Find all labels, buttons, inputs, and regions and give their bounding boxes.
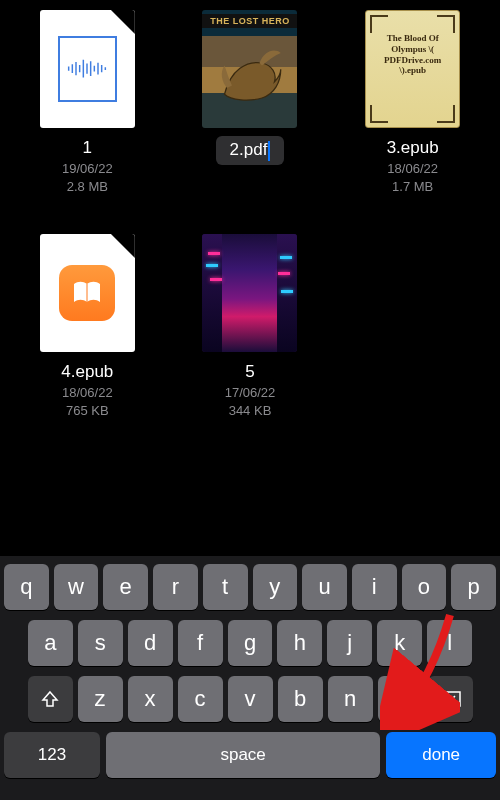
books-app-icon [59,265,115,321]
file-thumbnail: THE LOST HERO [202,10,297,128]
file-date: 18/06/22 [62,385,113,400]
file-item[interactable]: 1 19/06/22 2.8 MB [12,10,163,194]
file-date: 17/06/22 [225,385,276,400]
key-l[interactable]: l [427,620,472,666]
key-d[interactable]: d [128,620,173,666]
key-t[interactable]: t [203,564,248,610]
text-cursor-icon [268,141,270,161]
key-f[interactable]: f [178,620,223,666]
key-s[interactable]: s [78,620,123,666]
key-z[interactable]: z [78,676,123,722]
on-screen-keyboard: qwertyuiop asdfghjkl zxcvbnm 123 space d… [0,556,500,800]
keyboard-row-1: qwertyuiop [4,564,496,610]
file-name: 1 [83,138,92,158]
file-item[interactable]: 4.epub 18/06/22 765 KB [12,234,163,418]
file-name-value: 2.pdf [230,140,268,159]
keyboard-row-2: asdfghjkl [4,620,496,666]
shift-icon [40,689,60,709]
key-x[interactable]: x [128,676,173,722]
space-key[interactable]: space [106,732,380,778]
key-g[interactable]: g [228,620,273,666]
key-e[interactable]: e [103,564,148,610]
cover-text: The Blood Of Olympus \( PDFDrive.com \).… [372,33,453,76]
key-o[interactable]: o [402,564,447,610]
file-item[interactable]: 5 17/06/22 344 KB [175,234,326,418]
file-name-input[interactable]: 2.pdf [216,136,285,165]
file-thumbnail [40,10,135,128]
key-r[interactable]: r [153,564,198,610]
file-grid: 1 19/06/22 2.8 MB THE LOST HERO 2.pdf Th… [0,0,500,418]
backspace-key[interactable] [428,676,473,722]
key-c[interactable]: c [178,676,223,722]
key-n[interactable]: n [328,676,373,722]
key-k[interactable]: k [377,620,422,666]
file-thumbnail [40,234,135,352]
key-y[interactable]: y [253,564,298,610]
key-b[interactable]: b [278,676,323,722]
key-v[interactable]: v [228,676,273,722]
audio-icon [58,36,117,102]
shift-key[interactable] [28,676,73,722]
keyboard-row-4: 123 space done [4,732,496,778]
done-key[interactable]: done [386,732,496,778]
numeric-switch-key[interactable]: 123 [4,732,100,778]
key-h[interactable]: h [277,620,322,666]
backspace-icon [438,690,462,708]
file-date: 18/06/22 [387,161,438,176]
key-a[interactable]: a [28,620,73,666]
key-i[interactable]: i [352,564,397,610]
file-date: 19/06/22 [62,161,113,176]
file-thumbnail [202,234,297,352]
key-u[interactable]: u [302,564,347,610]
key-q[interactable]: q [4,564,49,610]
key-j[interactable]: j [327,620,372,666]
keyboard-row-3: zxcvbnm [4,676,496,722]
dragon-icon [212,42,287,108]
key-p[interactable]: p [451,564,496,610]
file-size: 1.7 MB [392,179,433,194]
file-name: 4.epub [61,362,113,382]
file-thumbnail: The Blood Of Olympus \( PDFDrive.com \).… [365,10,460,128]
key-m[interactable]: m [378,676,423,722]
cover-title: THE LOST HERO [202,14,297,28]
file-size: 344 KB [229,403,272,418]
file-item[interactable]: THE LOST HERO 2.pdf [175,10,326,194]
file-name: 3.epub [387,138,439,158]
file-item[interactable]: The Blood Of Olympus \( PDFDrive.com \).… [337,10,488,194]
file-size: 765 KB [66,403,109,418]
file-size: 2.8 MB [67,179,108,194]
key-w[interactable]: w [54,564,99,610]
file-name: 5 [245,362,254,382]
